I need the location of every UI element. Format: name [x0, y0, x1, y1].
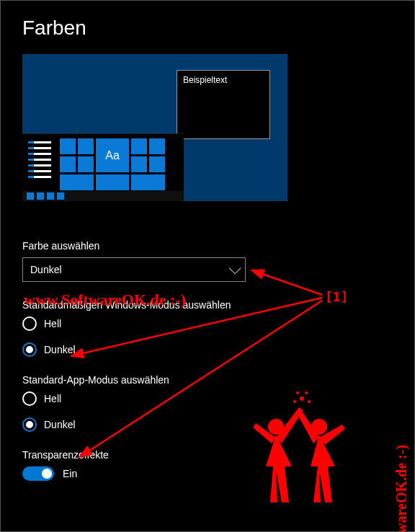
preview-tile-aa: Aa: [96, 138, 129, 172]
color-preview: Beispieltext Aa: [22, 54, 287, 201]
transparency-toggle[interactable]: [22, 466, 54, 481]
preview-sample-text: Beispieltext: [183, 75, 227, 85]
color-select-value: Dunkel: [30, 264, 62, 275]
windows-mode-label: Standardmäßigen Windows-Modus auswählen: [22, 299, 396, 311]
app-mode-option-light[interactable]: Hell: [22, 391, 396, 406]
preview-taskbar: Aa: [22, 133, 184, 201]
transparency-state: Ein: [63, 468, 77, 479]
page-title: Farben: [22, 17, 396, 40]
radio-label: Hell: [44, 318, 61, 329]
color-select-label: Farbe auswählen: [22, 240, 396, 252]
transparency-label: Transparenzeffekte: [22, 449, 396, 461]
radio-label: Hell: [44, 393, 61, 404]
radio-icon: [22, 316, 37, 331]
radio-icon: [22, 417, 37, 432]
radio-icon: [22, 391, 37, 406]
windows-mode-option-light[interactable]: Hell: [22, 316, 396, 331]
color-select-dropdown[interactable]: Dunkel: [22, 257, 246, 282]
windows-mode-option-dark[interactable]: Dunkel: [22, 342, 396, 357]
app-mode-label: Standard-App-Modus auswählen: [22, 374, 396, 386]
radio-icon: [22, 342, 37, 357]
chevron-down-icon: [229, 262, 241, 274]
app-mode-option-dark[interactable]: Dunkel: [22, 417, 396, 432]
preview-sample-window: Beispieltext: [177, 70, 270, 139]
radio-label: Dunkel: [44, 344, 76, 355]
radio-label: Dunkel: [44, 419, 76, 430]
